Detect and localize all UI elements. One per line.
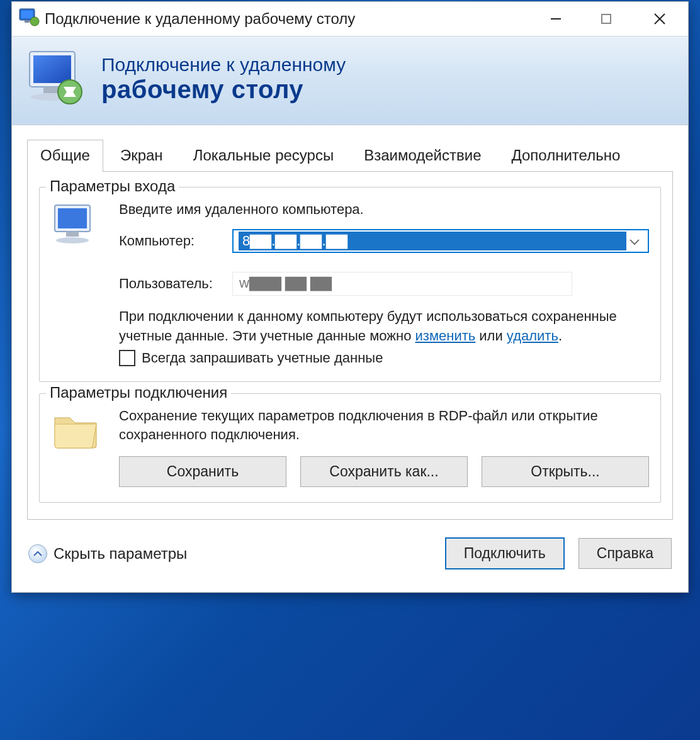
app-icon xyxy=(18,8,40,30)
open-button[interactable]: Открыть... xyxy=(482,456,649,487)
window-title: Подключение к удаленному рабочему столу xyxy=(45,10,531,28)
saved-creds-text: При подключении к данному компьютеру буд… xyxy=(119,307,649,346)
banner: Подключение к удаленному рабочему столу xyxy=(12,36,688,125)
banner-line1: Подключение к удаленному xyxy=(101,54,346,76)
login-group-legend: Параметры входа xyxy=(46,177,179,195)
computer-value: 8▇▇.▇▇.▇▇.▇▇ xyxy=(239,232,626,250)
tab-panel: Параметры входа Введите имя удаленного к… xyxy=(27,171,673,520)
connection-desc: Сохранение текущих параметров подключени… xyxy=(119,406,649,446)
always-ask-label: Всегда запрашивать учетные данные xyxy=(142,350,383,366)
connect-button[interactable]: Подключить xyxy=(445,537,565,569)
banner-line2: рабочему столу xyxy=(101,76,346,104)
hide-options-toggle[interactable]: Скрыть параметры xyxy=(28,544,187,563)
footer: Скрыть параметры Подключить Справка xyxy=(12,520,688,592)
tab-experience[interactable]: Взаимодействие xyxy=(351,140,494,172)
edit-creds-link[interactable]: изменить xyxy=(415,328,476,344)
svg-rect-17 xyxy=(58,208,87,228)
minimize-button[interactable] xyxy=(531,2,581,36)
connection-group: Параметры подключения Сохранение текущих… xyxy=(39,393,661,503)
svg-rect-2 xyxy=(25,20,30,23)
svg-rect-18 xyxy=(66,232,79,237)
computer-combobox[interactable]: 8▇▇.▇▇.▇▇.▇▇ xyxy=(232,229,649,253)
maximize-button[interactable] xyxy=(581,2,631,36)
chevron-down-icon[interactable] xyxy=(626,233,643,249)
username-field[interactable]: w▇▇▇ ▇▇ ▇▇ xyxy=(232,272,572,296)
svg-rect-1 xyxy=(21,11,33,18)
computer-icon xyxy=(51,200,108,366)
rdp-window: Подключение к удаленному рабочему столу xyxy=(11,1,689,593)
computer-label: Компьютер: xyxy=(119,233,232,249)
user-label: Пользователь: xyxy=(119,276,232,292)
tab-general[interactable]: Общие xyxy=(27,140,103,172)
tab-advanced[interactable]: Дополнительно xyxy=(499,140,634,172)
login-group: Параметры входа Введите имя удаленного к… xyxy=(39,187,661,382)
tab-display[interactable]: Экран xyxy=(107,140,176,172)
save-as-button[interactable]: Сохранить как... xyxy=(300,456,468,487)
rdp-big-icon xyxy=(25,48,88,109)
tabstrip: Общие Экран Локальные ресурсы Взаимодейс… xyxy=(12,125,688,171)
login-instruction: Введите имя удаленного компьютера. xyxy=(119,201,649,218)
svg-point-19 xyxy=(56,237,89,244)
banner-text: Подключение к удаленному рабочему столу xyxy=(101,54,346,104)
chevron-up-icon xyxy=(28,544,47,563)
titlebar[interactable]: Подключение к удаленному рабочему столу xyxy=(12,2,688,36)
connection-group-legend: Параметры подключения xyxy=(46,384,231,401)
svg-rect-5 xyxy=(602,14,611,23)
help-button[interactable]: Справка xyxy=(579,538,672,569)
delete-creds-link[interactable]: удалить xyxy=(507,328,558,344)
tab-local-resources[interactable]: Локальные ресурсы xyxy=(180,140,347,172)
svg-rect-10 xyxy=(33,55,71,83)
save-button[interactable]: Сохранить xyxy=(119,456,286,487)
folder-icon xyxy=(51,406,108,488)
hide-options-label: Скрыть параметры xyxy=(54,545,187,563)
window-controls xyxy=(531,2,688,36)
always-ask-checkbox[interactable] xyxy=(119,350,135,366)
svg-point-3 xyxy=(30,17,39,26)
always-ask-row: Всегда запрашивать учетные данные xyxy=(119,350,649,366)
close-button[interactable] xyxy=(631,2,688,36)
